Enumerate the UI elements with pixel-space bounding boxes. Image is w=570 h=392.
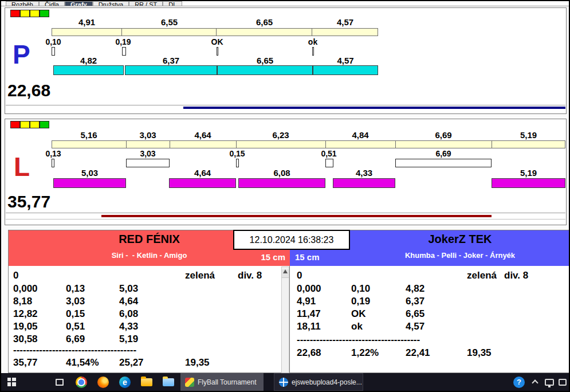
taskbar-window-ejswebupload[interactable]: ejswebupload4-posle... [274,373,363,391]
hidden-icons-button[interactable] [528,373,542,391]
split-bar-segment [126,140,170,148]
help-tray-button[interactable] [510,373,528,391]
start-button[interactable] [1,373,22,391]
split-time-label: 6,69 [395,131,492,139]
file-explorer-icon [163,378,174,386]
table-cell: 6,08 [119,308,138,320]
tab-grafy[interactable]: Grafy [65,1,93,6]
light-red-icon [10,121,20,128]
lane-p-progress-line [183,107,565,109]
crossing-gap-box [325,159,333,167]
task-view-button[interactable] [49,373,70,391]
run-bar [53,178,126,188]
firefox-icon [97,377,109,388]
table-cell: 19,05 [13,321,38,332]
left-total-percent: 41,54% [66,357,99,369]
left-total-best: 19,35 [185,357,210,369]
run-bar [492,178,565,188]
table-cell: 11,47 [297,308,321,320]
right-total-best: 19,35 [467,347,492,359]
right-total-time: 22,68 [297,347,321,359]
action-center-icon [559,379,567,386]
run-bar [169,178,236,188]
lane-p-panel: 4,91 6,55 6,65 4,57 0,10 0,19 OK ok P 4,… [5,7,567,114]
split-time-label: 4,91 [52,18,122,26]
table-cell: 0,13 [66,283,85,295]
crossing-gap-box [395,159,492,167]
light-green-icon [40,10,49,17]
flyball-app-window: RozběhČidlaGrafyDružstvaRR / STDL 4,91 6… [0,0,570,392]
run-bar [217,65,313,75]
crossing-time-label: 0,15 [223,150,251,158]
light-yellow-icon [30,121,40,128]
left-light-status: zelená [185,270,215,281]
split-bar-segment [170,140,237,148]
crossing-gap-box [236,159,239,167]
display-tray-button[interactable] [542,373,557,391]
crossing-time-label: 6,69 [430,150,457,158]
panel-baseline [6,219,565,219]
table-cell: 0,15 [66,308,85,320]
run-time-label: 5,19 [492,168,565,177]
scroll-up-button[interactable] [282,269,289,278]
split-bar-segment [395,140,492,148]
help-icon [513,377,525,388]
crossing-gap-box [52,159,54,167]
split-bar-segment [52,140,127,148]
right-total-percent: 1,22% [351,347,379,359]
taskbar-window-label: FlyBall Tournament [198,378,257,386]
folder-button[interactable] [136,373,157,391]
taskbar-window-flyball[interactable]: FlyBall Tournament [180,373,264,391]
windows-taskbar: FlyBall Tournament ejswebupload4-posle..… [1,373,569,391]
table-cell: 0,51 [66,321,85,332]
split-time-label: 4,64 [170,131,236,139]
firefox-button[interactable] [93,373,113,391]
left-table-scrollbar[interactable] [281,266,289,373]
start-lights [10,10,49,17]
split-bar-segment [312,28,378,36]
table-cell: 4,33 [119,321,138,332]
crossing-gap-box [217,47,218,56]
split-bar-segment [121,28,217,36]
run-bar [313,65,378,75]
run-time-label: 6,08 [238,168,325,177]
table-cell: ok [351,321,363,332]
crossing-time-label: ok [300,38,325,46]
tab-druzstva[interactable]: Družstva [93,1,129,6]
table-cell: 12,82 [13,308,38,320]
table-cell: 4,82 [406,283,424,295]
run-time-label: 4,64 [169,168,236,177]
crossing-time-label: OK [205,38,230,46]
action-center-button[interactable] [556,373,569,391]
table-cell: 4,64 [119,296,138,307]
crossing-gap-box [52,47,55,56]
lane-l-progress-line [101,215,492,217]
windows-start-icon [7,378,16,386]
tab-dl[interactable]: DL [163,1,182,6]
split-time-label: 6,23 [236,131,325,139]
split-time-label: 4,57 [312,18,378,26]
team-right-lineup: Khumba - Pelli - Joker - Árnyék [349,251,570,260]
lane-l-letter: L [14,154,30,180]
scroll-up-icon [283,269,288,273]
crossing-gap-box [312,47,314,56]
team-right-jump-height: 15 cm [295,252,352,262]
panel-baseline [6,105,565,105]
split-time-label: 5,16 [52,131,126,139]
task-view-icon [56,379,64,386]
file-explorer-button[interactable] [158,373,179,391]
tab-rozbeh[interactable]: Rozběh [6,1,39,6]
table-cell: 0,000 [13,283,38,295]
crossing-time-label: 3,03 [134,150,162,158]
edge-button[interactable] [115,373,135,391]
crossing-time-label: 0,13 [40,150,67,158]
left-false-starts: 0 [13,270,18,281]
crossing-gap-box [122,47,126,56]
split-time-label: 5,19 [492,131,565,139]
run-time-label: 4,82 [53,56,124,65]
team-right-name: JokerZ TEK [349,233,570,246]
tab-rr-st[interactable]: RR / ST [129,1,163,6]
table-cell: 0,19 [351,296,370,307]
tab-cidla[interactable]: Čidla [39,1,65,6]
chrome-button[interactable] [71,373,92,391]
